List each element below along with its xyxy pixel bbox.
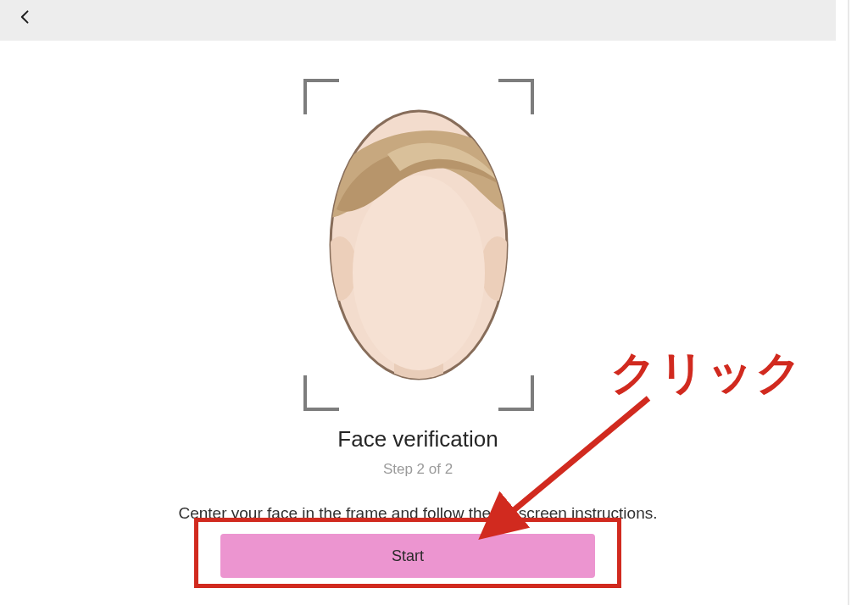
back-button[interactable] xyxy=(7,0,44,37)
page-title: Face verification xyxy=(0,426,836,452)
chevron-left-icon xyxy=(17,8,34,29)
svg-point-5 xyxy=(353,175,485,370)
divider xyxy=(848,0,849,605)
face-frame xyxy=(303,79,534,411)
step-indicator: Step 2 of 2 xyxy=(0,461,836,478)
instruction-text: Center your face in the frame and follow… xyxy=(0,504,836,523)
start-button[interactable]: Start xyxy=(220,534,595,578)
annotation-label: クリック xyxy=(610,342,804,404)
face-avatar-icon xyxy=(328,108,509,382)
verification-panel: Face verification Step 2 of 2 Center you… xyxy=(0,0,836,605)
topbar xyxy=(0,0,836,41)
